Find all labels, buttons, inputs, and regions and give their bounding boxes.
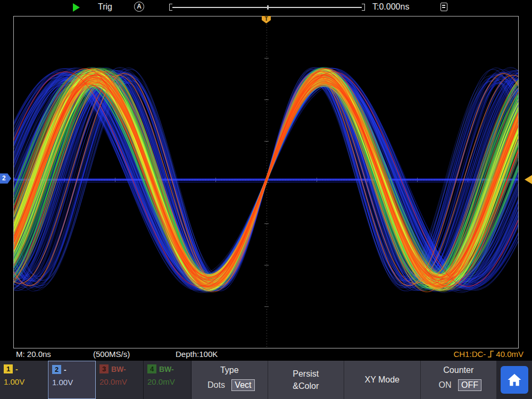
channel-4-status[interactable]: 4 BW- 20.0mV <box>144 361 192 399</box>
oscilloscope-screen: Trig A T:0.000ns T 2 M: 20.0ns (500MS/s)… <box>0 0 532 399</box>
persist-color-softkey[interactable]: Persist &Color <box>268 361 345 399</box>
waveform-display[interactable] <box>13 16 519 348</box>
channel-4-scale: 20.0mV <box>147 377 187 386</box>
top-bar: Trig A T:0.000ns <box>0 0 532 15</box>
channel-3-status[interactable]: 3 BW- 20.0mV <box>96 361 144 399</box>
type-title: Type <box>192 365 268 375</box>
persist-line2: &Color <box>293 381 319 391</box>
home-icon <box>506 372 522 388</box>
channel-3-coupling: BW- <box>111 365 126 373</box>
trig-label: Trig <box>98 2 112 12</box>
xy-mode-label: XY Mode <box>364 375 400 385</box>
home-button[interactable] <box>501 366 528 394</box>
xy-mode-softkey[interactable]: XY Mode <box>344 361 421 399</box>
trigger-readout: CH1:DC- 40.0mV <box>453 350 523 359</box>
auto-trigger-icon[interactable]: A <box>134 2 144 12</box>
home-button-area <box>497 361 532 399</box>
channel-1-badge: 1 <box>4 364 13 373</box>
channel-1-status[interactable]: 1 - 1.00V <box>0 361 48 399</box>
channel-2-status[interactable]: 2 - 1.00V <box>48 361 96 399</box>
rising-edge-icon <box>487 350 494 358</box>
counter-option-off[interactable]: OFF <box>459 380 481 390</box>
counter-option-on[interactable]: ON <box>436 380 454 390</box>
type-softkey[interactable]: Type Dots Vect <box>192 361 268 399</box>
channel-3-badge: 3 <box>99 364 109 373</box>
run-state-icon[interactable] <box>73 3 80 12</box>
persist-line1: Persist <box>293 369 319 379</box>
memory-bar-right-bracket <box>362 4 365 11</box>
trigger-source-label: CH1:DC- <box>453 350 486 359</box>
counter-title: Counter <box>421 365 497 375</box>
channel-2-coupling: - <box>64 365 66 374</box>
memory-window-marker[interactable] <box>267 5 269 10</box>
timebase-readout: M: 20.0ns <box>16 350 51 359</box>
ch2-level-marker[interactable]: 2 <box>0 173 11 184</box>
time-offset-readout: T:0.000ns <box>372 2 409 12</box>
trigger-level-label: 40.0mV <box>496 350 523 359</box>
channel-4-coupling: BW- <box>159 365 174 373</box>
status-bar: M: 20.0ns (500MS/s) Depth:100K CH1:DC- 4… <box>0 348 532 361</box>
trigger-level-marker[interactable] <box>525 175 532 184</box>
channel-3-scale: 20.0mV <box>99 377 139 386</box>
page-icon[interactable] <box>440 3 447 11</box>
sample-rate-readout: (500MS/s) <box>93 350 130 359</box>
channel-2-badge: 2 <box>52 365 61 374</box>
channel-2-scale: 1.00V <box>52 378 92 387</box>
type-option-dots[interactable]: Dots <box>205 380 228 390</box>
type-option-vect[interactable]: Vect <box>232 380 254 390</box>
counter-softkey[interactable]: Counter ON OFF <box>421 361 497 399</box>
channel-4-badge: 4 <box>147 364 156 373</box>
channel-1-coupling: - <box>15 365 18 373</box>
memory-position-bar[interactable] <box>169 4 365 11</box>
channel-1-scale: 1.00V <box>4 377 44 386</box>
depth-readout: Depth:100K <box>176 350 218 359</box>
bottom-menu-bar: 1 - 1.00V 2 - 1.00V 3 BW- 20.0mV 4 BW- <box>0 361 532 399</box>
softkey-menu: Type Dots Vect Persist &Color XY Mode Co… <box>192 361 497 399</box>
